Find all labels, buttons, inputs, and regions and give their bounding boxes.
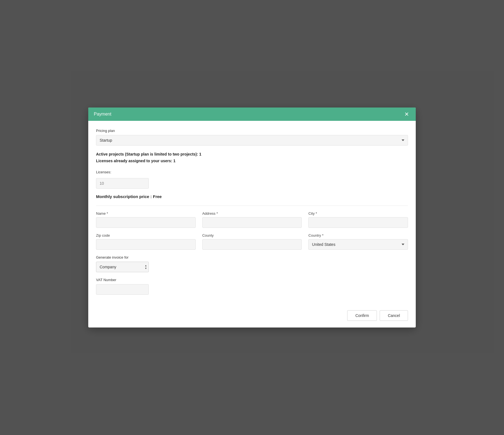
subscription-price: Monthly subscription price : Free <box>96 194 408 199</box>
vat-input[interactable] <box>96 284 149 295</box>
county-label: County <box>202 233 302 238</box>
info-block: Active projects (Startup plan is limited… <box>96 151 408 164</box>
name-input[interactable] <box>96 217 196 228</box>
form-row-2: Zip code County Country * United States … <box>96 233 408 250</box>
info-line1: Active projects (Startup plan is limited… <box>96 151 408 158</box>
pricing-plan-label: Pricing plan <box>96 129 408 133</box>
close-button[interactable]: ✕ <box>403 111 410 117</box>
city-label: City * <box>308 211 408 216</box>
address-input[interactable] <box>202 217 302 228</box>
dialog-title: Payment <box>94 112 111 117</box>
city-group: City * <box>308 211 408 228</box>
country-group: Country * United States United Kingdom C… <box>308 233 408 250</box>
county-group: County <box>202 233 302 250</box>
name-group: Name * <box>96 211 196 228</box>
cancel-button[interactable]: Cancel <box>380 310 408 321</box>
vat-label: VAT Number <box>96 278 408 282</box>
dialog-footer: Confirm Cancel <box>88 306 416 328</box>
zipcode-group: Zip code <box>96 233 196 250</box>
invoice-section: Generate invoice for Company Individual … <box>96 255 408 272</box>
country-select[interactable]: United States United Kingdom Canada Germ… <box>308 239 408 250</box>
address-label: Address * <box>202 211 302 216</box>
invoice-select-wrapper: Company Individual ▲ ▼ <box>96 262 149 272</box>
vat-section: VAT Number <box>96 278 408 295</box>
dialog-overlay: Payment ✕ Pricing plan Startup Professio… <box>0 0 504 435</box>
licenses-section: Licenses: <box>96 170 408 189</box>
info-line2: Licenses already assigned to your users:… <box>96 158 408 164</box>
name-label: Name * <box>96 211 196 216</box>
pricing-plan-select[interactable]: Startup Professional Enterprise <box>96 135 408 146</box>
section-divider <box>96 206 408 206</box>
county-input[interactable] <box>202 239 302 250</box>
city-input[interactable] <box>308 217 408 228</box>
zipcode-input[interactable] <box>96 239 196 250</box>
confirm-button[interactable]: Confirm <box>347 310 377 321</box>
address-group: Address * <box>202 211 302 228</box>
form-row-1: Name * Address * City * <box>96 211 408 228</box>
dialog-header: Payment ✕ <box>88 108 416 121</box>
country-label: Country * <box>308 233 408 238</box>
dialog-body: Pricing plan Startup Professional Enterp… <box>88 121 416 306</box>
zipcode-label: Zip code <box>96 233 196 238</box>
licenses-label: Licenses: <box>96 170 408 174</box>
licenses-input[interactable] <box>96 178 149 189</box>
invoice-select[interactable]: Company Individual <box>96 262 149 272</box>
payment-dialog: Payment ✕ Pricing plan Startup Professio… <box>88 108 416 328</box>
invoice-label: Generate invoice for <box>96 255 408 259</box>
pricing-plan-section: Pricing plan Startup Professional Enterp… <box>96 129 408 146</box>
